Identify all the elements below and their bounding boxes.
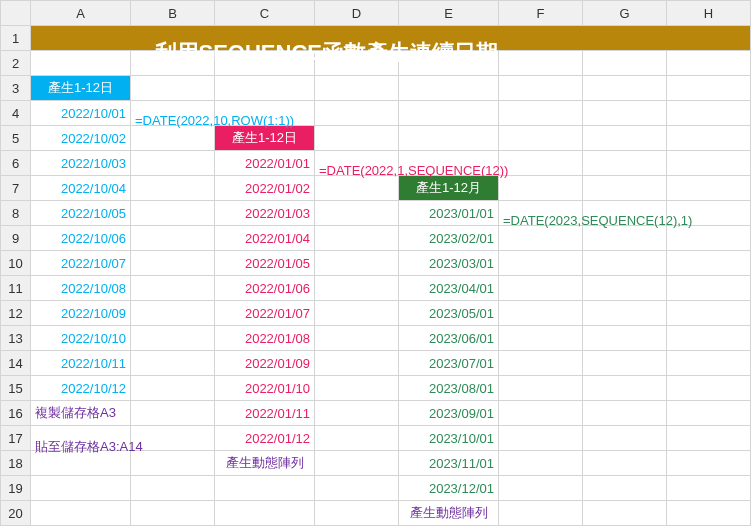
date-cell[interactable]: 2022/10/03 (31, 151, 131, 176)
note-dynamic[interactable]: 產生動態陣列 (399, 501, 499, 526)
col-header[interactable]: F (499, 1, 583, 26)
row-header[interactable]: 2 (1, 51, 31, 76)
row-header[interactable]: 17 (1, 426, 31, 451)
formula-cell[interactable]: =DATE(2022,10,ROW(1:1)) (131, 101, 215, 126)
row-header[interactable]: 11 (1, 276, 31, 301)
row-header[interactable]: 16 (1, 401, 31, 426)
badge-green[interactable]: 產生1-12月 (399, 176, 499, 201)
row-header[interactable]: 9 (1, 226, 31, 251)
col-header[interactable]: D (315, 1, 399, 26)
col-header[interactable]: H (667, 1, 751, 26)
corner-cell (1, 1, 31, 26)
row-header[interactable]: 19 (1, 476, 31, 501)
row-header[interactable]: 5 (1, 126, 31, 151)
column-header-row: A B C D E F G H (1, 1, 751, 26)
badge-blue[interactable]: 產生1-12日 (31, 76, 131, 101)
row-header[interactable]: 20 (1, 501, 31, 526)
col-header[interactable]: G (583, 1, 667, 26)
spreadsheet: A B C D E F G H 1 利用SEQUENCE函數產生連續日期 2 3… (0, 0, 751, 526)
date-cell[interactable]: 2022/10/01 (31, 101, 131, 126)
row-header[interactable]: 3 (1, 76, 31, 101)
row-header[interactable]: 4 (1, 101, 31, 126)
formula-cell[interactable]: =DATE(2023,SEQUENCE(12),1) (499, 201, 583, 226)
row-header[interactable]: 15 (1, 376, 31, 401)
row-header[interactable]: 14 (1, 351, 31, 376)
row-header[interactable]: 8 (1, 201, 31, 226)
row-header[interactable]: 12 (1, 301, 31, 326)
date-cell[interactable]: 2022/01/02 (215, 176, 315, 201)
row-header[interactable]: 6 (1, 151, 31, 176)
row-header[interactable]: 1 (1, 26, 31, 51)
row-header[interactable]: 18 (1, 451, 31, 476)
row-header[interactable]: 7 (1, 176, 31, 201)
row-header[interactable]: 10 (1, 251, 31, 276)
date-cell[interactable]: 2022/10/02 (31, 126, 131, 151)
cell[interactable] (31, 51, 131, 76)
note-paste[interactable]: 貼至儲存格A3:A14 (31, 426, 131, 451)
date-cell[interactable]: 2022/01/03 (215, 201, 315, 226)
col-header[interactable]: A (31, 1, 131, 26)
page-title: 利用SEQUENCE函數產生連續日期 (155, 38, 498, 68)
col-header[interactable]: C (215, 1, 315, 26)
title-cell (31, 26, 131, 51)
date-cell[interactable]: 2022/10/04 (31, 176, 131, 201)
col-header[interactable]: E (399, 1, 499, 26)
col-header[interactable]: B (131, 1, 215, 26)
note-copy[interactable]: 複製儲存格A3 (31, 401, 131, 426)
date-cell[interactable]: 2022/01/01 (215, 151, 315, 176)
date-cell[interactable]: 2023/01/01 (399, 201, 499, 226)
badge-pink[interactable]: 產生1-12日 (215, 126, 315, 151)
row-header[interactable]: 13 (1, 326, 31, 351)
date-cell[interactable]: 2022/10/05 (31, 201, 131, 226)
formula-cell[interactable]: =DATE(2022,1,SEQUENCE(12)) (315, 151, 399, 176)
note-dynamic[interactable]: 產生動態陣列 (215, 451, 315, 476)
